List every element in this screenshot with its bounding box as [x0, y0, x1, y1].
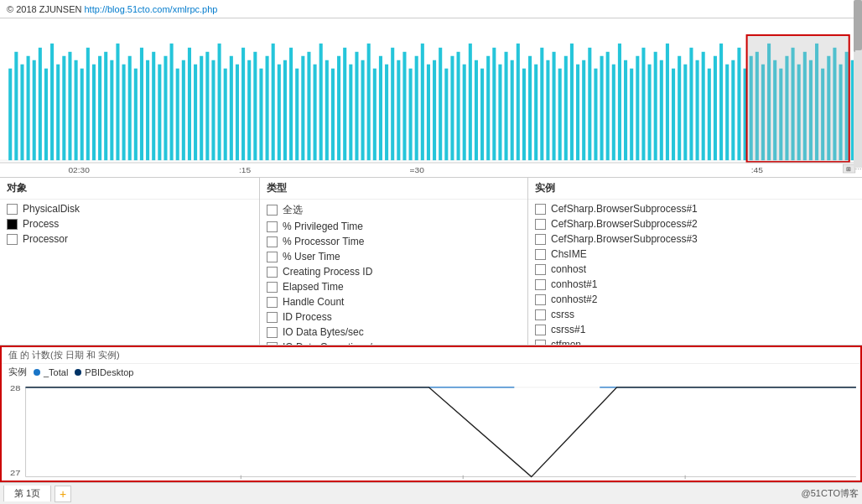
svg-rect-120 [714, 56, 717, 160]
legend-item-total: _Total [34, 367, 68, 377]
list-item[interactable]: ctfmon [532, 337, 859, 345]
svg-rect-7 [39, 48, 42, 160]
svg-rect-108 [641, 48, 645, 160]
list-item[interactable]: conhost#1 [532, 277, 859, 292]
conhost1-checkbox[interactable] [535, 279, 546, 290]
list-item[interactable]: PhysicalDisk [3, 201, 256, 216]
type-panel-header: 类型 [260, 178, 527, 200]
svg-text::15: :15 [239, 165, 252, 174]
list-item[interactable]: CefSharp.BrowserSubprocess#2 [532, 216, 859, 231]
conhost-checkbox[interactable] [535, 264, 546, 275]
svg-rect-63 [373, 69, 376, 160]
list-item[interactable]: ChsIME [532, 247, 859, 262]
svg-text:28: 28 [10, 383, 21, 392]
list-item[interactable]: Creating Process ID [263, 264, 524, 279]
svg-rect-38 [224, 69, 227, 160]
svg-rect-95 [564, 56, 568, 160]
svg-rect-71 [421, 44, 424, 160]
creating-process-id-checkbox[interactable] [267, 267, 278, 278]
io-data-bytes-checkbox[interactable] [267, 327, 278, 338]
svg-rect-121 [719, 44, 723, 160]
svg-rect-60 [355, 52, 358, 160]
processor-checkbox[interactable] [7, 234, 18, 245]
csrss-checkbox[interactable] [535, 309, 546, 320]
add-page-button[interactable]: + [55, 486, 71, 502]
svg-rect-29 [170, 44, 174, 160]
conhost2-checkbox[interactable] [535, 294, 546, 305]
svg-rect-123 [731, 60, 735, 160]
handle-count-label: Handle Count [283, 296, 344, 308]
bottom-chart-title: 值 的 计数(按 日期 和 实例) [2, 347, 860, 364]
privileged-time-checkbox[interactable] [267, 221, 278, 232]
svg-rect-115 [683, 65, 687, 160]
ctfmon-checkbox[interactable] [535, 340, 546, 346]
id-process-checkbox[interactable] [267, 312, 278, 323]
list-item[interactable]: csrss [532, 307, 859, 322]
svg-rect-55 [325, 60, 329, 160]
processor-time-checkbox[interactable] [267, 236, 278, 247]
creating-process-id-label: Creating Process ID [283, 266, 372, 278]
svg-rect-15 [86, 48, 90, 160]
list-item[interactable]: % Processor Time [263, 234, 524, 249]
svg-rect-84 [498, 65, 501, 160]
svg-rect-28 [164, 56, 167, 160]
list-item[interactable]: IO Data Operations/sec [263, 340, 524, 345]
legend-item-pbi: PBIDesktop [75, 367, 133, 377]
svg-rect-117 [696, 60, 699, 160]
csrss1-label: csrss#1 [551, 324, 585, 335]
process-checkbox[interactable] [7, 219, 18, 230]
user-time-checkbox[interactable] [267, 252, 278, 262]
list-item[interactable]: % Privileged Time [263, 219, 524, 234]
list-item[interactable]: conhost#2 [532, 292, 859, 307]
allselect-checkbox[interactable] [267, 205, 278, 216]
io-data-ops-checkbox[interactable] [267, 342, 278, 346]
cefsharp1-label: CefSharp.BrowserSubprocess#1 [551, 203, 698, 215]
cefsharp1-checkbox[interactable] [535, 204, 546, 215]
pbi-dot [75, 369, 81, 376]
list-item[interactable]: csrss#1 [532, 322, 859, 337]
svg-rect-64 [379, 56, 382, 160]
svg-rect-72 [427, 65, 430, 160]
object-panel: 对象 PhysicalDisk Process Processor [0, 178, 260, 345]
blog-link[interactable]: http://blog.51cto.com/xmlrpc.php [84, 4, 217, 14]
svg-rect-86 [511, 60, 514, 160]
csrss1-checkbox[interactable] [535, 325, 546, 335]
svg-rect-53 [314, 65, 317, 160]
list-item[interactable]: CefSharp.BrowserSubprocess#1 [532, 201, 859, 216]
handle-count-checkbox[interactable] [267, 297, 278, 308]
io-data-bytes-label: IO Data Bytes/sec [283, 326, 364, 338]
physicaldisk-checkbox[interactable] [7, 204, 18, 215]
list-item[interactable]: ID Process [263, 309, 524, 325]
svg-rect-100 [594, 69, 597, 160]
list-item[interactable]: 全选 [263, 201, 524, 219]
svg-rect-98 [582, 60, 585, 160]
list-item[interactable]: Process [3, 216, 256, 231]
svg-rect-51 [301, 56, 304, 160]
svg-rect-22 [128, 56, 132, 160]
svg-rect-4 [20, 65, 23, 160]
svg-rect-79 [469, 44, 472, 160]
csrss-label: csrss [551, 309, 574, 320]
instance-panel-content: CefSharp.BrowserSubprocess#1 CefSharp.Br… [528, 200, 862, 345]
cefsharp3-checkbox[interactable] [535, 234, 546, 245]
svg-rect-77 [457, 52, 460, 160]
list-item[interactable]: Handle Count [263, 294, 524, 309]
bottom-chart-section: 值 的 计数(按 日期 和 实例) 实例 _Total PBIDesktop 2… [0, 346, 862, 482]
svg-rect-47 [278, 65, 281, 160]
list-item[interactable]: CefSharp.BrowserSubprocess#3 [532, 231, 859, 247]
list-item[interactable]: % User Time [263, 249, 524, 264]
svg-rect-75 [444, 69, 448, 160]
chsime-checkbox[interactable] [535, 249, 546, 260]
svg-rect-102 [606, 52, 610, 160]
list-item[interactable]: IO Data Bytes/sec [263, 325, 524, 340]
elapsed-time-checkbox[interactable] [267, 282, 278, 293]
svg-rect-37 [218, 44, 221, 160]
svg-rect-119 [708, 69, 711, 160]
page-tab[interactable]: 第 1页 [3, 486, 51, 501]
list-item[interactable]: conhost [532, 262, 859, 277]
list-item[interactable]: Processor [3, 231, 256, 247]
svg-rect-36 [211, 60, 215, 160]
cefsharp2-checkbox[interactable] [535, 219, 546, 230]
svg-rect-41 [241, 48, 245, 160]
list-item[interactable]: Elapsed Time [263, 279, 524, 294]
